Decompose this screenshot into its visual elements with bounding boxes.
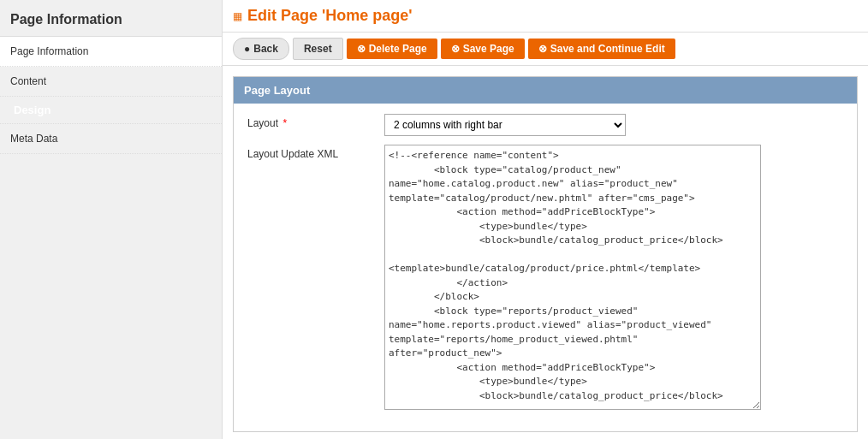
required-star: * (282, 117, 287, 129)
section-header: Page Layout (234, 77, 857, 104)
page-title: Edit Page 'Home page' (247, 7, 413, 25)
page-layout-section: Page Layout Layout * 2 columns with righ… (233, 76, 858, 432)
layout-xml-field (384, 145, 843, 412)
layout-xml-label: Layout Update XML (247, 145, 384, 160)
delete-icon: ⊗ (357, 43, 366, 55)
layout-select-wrapper: 2 columns with right bar 1 column 2 colu… (384, 114, 626, 136)
back-button[interactable]: ● Back (233, 38, 289, 60)
back-circle-icon: ● (244, 43, 250, 55)
layout-xml-textarea[interactable] (384, 145, 761, 410)
sidebar-item-design[interactable]: Design (0, 97, 222, 124)
page-icon: ▦ (233, 10, 242, 22)
sidebar: Page Information Page Information Conten… (0, 0, 223, 439)
toolbar: ● Back Reset ⊗ Delete Page ⊗ Save Page ⊗… (223, 33, 868, 66)
page-header: ▦ Edit Page 'Home page' (223, 0, 868, 33)
back-label: Back (253, 43, 278, 55)
save-continue-icon: ⊗ (538, 43, 547, 55)
save-icon: ⊗ (451, 43, 460, 55)
save-button[interactable]: ⊗ Save Page (441, 39, 525, 59)
layout-row: Layout * 2 columns with right bar 1 colu… (247, 114, 843, 136)
layout-select[interactable]: 2 columns with right bar 1 column 2 colu… (385, 115, 625, 135)
layout-xml-row: Layout Update XML (247, 145, 843, 412)
save-continue-button[interactable]: ⊗ Save and Continue Edit (528, 39, 675, 59)
section-body: Layout * 2 columns with right bar 1 colu… (234, 104, 857, 431)
reset-label: Reset (304, 43, 332, 55)
sidebar-item-content[interactable]: Content (0, 67, 222, 97)
delete-button[interactable]: ⊗ Delete Page (347, 39, 437, 59)
sidebar-title: Page Information (0, 0, 222, 37)
main-content: ▦ Edit Page 'Home page' ● Back Reset ⊗ D… (223, 0, 868, 439)
delete-label: Delete Page (369, 43, 427, 55)
sidebar-item-meta-data[interactable]: Meta Data (0, 124, 222, 154)
save-continue-label: Save and Continue Edit (550, 43, 665, 55)
sidebar-item-page-information[interactable]: Page Information (0, 37, 222, 67)
save-label: Save Page (463, 43, 514, 55)
layout-label: Layout * (247, 114, 384, 129)
layout-field: 2 columns with right bar 1 column 2 colu… (384, 114, 843, 136)
reset-button[interactable]: Reset (293, 38, 343, 60)
